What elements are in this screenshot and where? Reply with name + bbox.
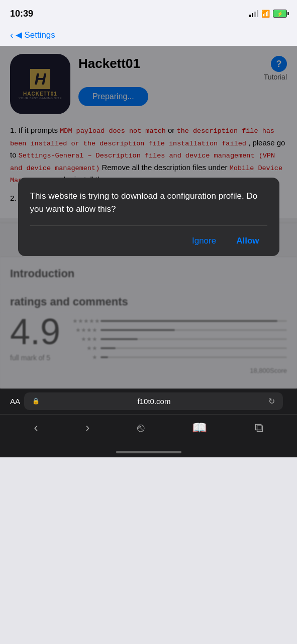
signal-icon (249, 10, 258, 17)
aa-button[interactable]: AA (10, 397, 20, 406)
back-label: ◀ Settings (16, 30, 55, 40)
back-button[interactable]: ‹ ◀ Settings (10, 29, 55, 41)
browser-back-button[interactable]: ‹ (26, 417, 46, 439)
battery-lightning-icon: ⚡ (277, 11, 283, 17)
browser-back-icon: ‹ (34, 421, 38, 435)
url-text: f10t0.com (44, 397, 264, 406)
bottom-toolbar: AA 🔒 f10t0.com ↻ (0, 388, 297, 414)
bookmarks-icon: 📖 (192, 421, 207, 435)
battery-icon: ⚡ (273, 10, 287, 18)
modal-box: This website is trying to download a con… (18, 178, 279, 256)
browser-tabs-button[interactable]: ⧉ (247, 417, 271, 439)
modal-text: This website is trying to download a con… (30, 190, 267, 215)
nav-bar: ‹ ◀ Settings (0, 25, 297, 46)
share-icon: ⎋ (137, 421, 144, 435)
browser-share-button[interactable]: ⎋ (129, 417, 152, 439)
home-indicator-bar (116, 451, 181, 453)
browser-nav: ‹ › ⎋ 📖 ⧉ (0, 414, 297, 451)
status-time: 10:39 (10, 9, 33, 19)
allow-button[interactable]: Allow (232, 234, 263, 248)
browser-bookmarks-button[interactable]: 📖 (184, 417, 215, 439)
tabs-icon: ⧉ (255, 421, 263, 435)
modal-overlay: This website is trying to download a con… (0, 46, 297, 388)
browser-forward-icon: › (85, 421, 89, 435)
url-bar[interactable]: 🔒 f10t0.com ↻ (24, 392, 283, 410)
status-bar: 10:39 📶 ⚡ (0, 0, 297, 25)
wifi-icon: 📶 (261, 10, 270, 18)
status-icons: 📶 ⚡ (249, 10, 287, 18)
home-indicator (0, 451, 297, 457)
browser-forward-button[interactable]: › (77, 417, 97, 439)
modal-actions: Ignore Allow (30, 225, 267, 256)
lock-icon: 🔒 (32, 397, 40, 405)
reload-icon[interactable]: ↻ (268, 396, 275, 406)
ignore-button[interactable]: Ignore (188, 234, 220, 248)
back-arrow-icon: ‹ (10, 29, 14, 41)
